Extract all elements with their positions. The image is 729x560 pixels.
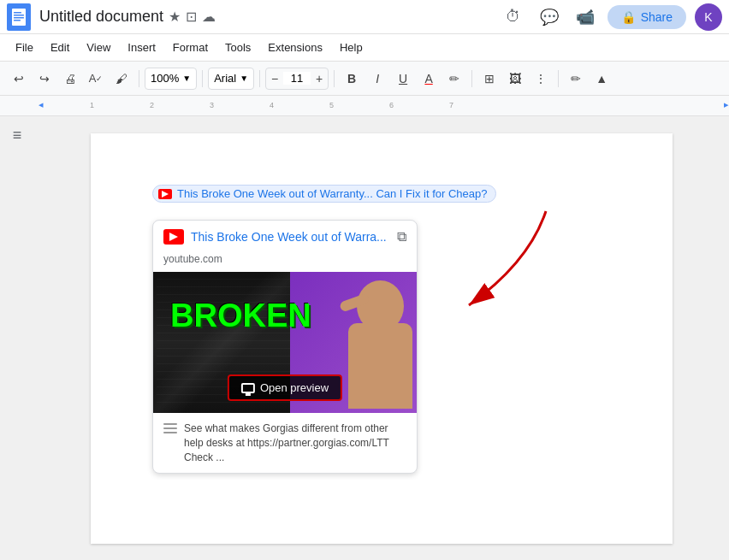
bold-button[interactable]: B xyxy=(340,67,364,91)
font-name: Arial xyxy=(214,72,236,85)
card-header: This Broke One Week out of Warra... ⧉ xyxy=(153,221,417,253)
share-button[interactable]: 🔒 Share xyxy=(608,5,686,29)
card-description: See what makes Gorgias different from ot… xyxy=(153,413,417,473)
ruler-mark-1: 1 xyxy=(90,101,94,109)
undo-button[interactable]: ↩ xyxy=(7,67,31,91)
highlight-button[interactable]: ✏ xyxy=(442,67,466,91)
youtube-icon-card xyxy=(163,229,184,245)
comment-button[interactable]: 💬 xyxy=(536,3,563,31)
video-button[interactable]: 📹 xyxy=(572,3,599,31)
italic-button[interactable]: I xyxy=(365,67,389,91)
doc-title[interactable]: Untitled document xyxy=(39,8,163,26)
doc-title-row: Untitled document ★ ⊡ ☁ xyxy=(39,8,500,26)
title-section: Untitled document ★ ⊡ ☁ xyxy=(39,8,500,26)
menu-help[interactable]: Help xyxy=(331,38,371,57)
app-icon xyxy=(7,3,31,31)
doc-area: This Broke One Week out of Warranty... C… xyxy=(34,116,729,560)
zoom-dropdown-icon: ▼ xyxy=(182,74,191,83)
sidebar-toggle-icon: ≡ xyxy=(13,127,22,560)
font-size-decrease[interactable]: − xyxy=(266,68,283,90)
menu-insert[interactable]: Insert xyxy=(119,38,164,57)
link-chip-container: This Broke One Week out of Warranty... C… xyxy=(152,185,611,209)
underline-button[interactable]: U xyxy=(391,67,415,91)
redo-button[interactable]: ↪ xyxy=(33,67,56,91)
ruler-mark-3: 3 xyxy=(210,101,214,109)
menu-view[interactable]: View xyxy=(78,38,119,57)
separator-4 xyxy=(334,70,335,87)
font-size-increase[interactable]: + xyxy=(311,68,328,90)
broken-text: BROKEN xyxy=(170,298,311,334)
menu-extensions[interactable]: Extensions xyxy=(259,38,331,57)
card-thumbnail: BROKEN Open preview xyxy=(153,272,417,413)
pen-button[interactable]: ✏ xyxy=(564,67,588,91)
font-dropdown-icon: ▼ xyxy=(240,74,248,83)
insert-link-button[interactable]: ⊞ xyxy=(477,67,501,91)
menu-bar: File Edit View Insert Format Tools Exten… xyxy=(0,34,729,62)
separator-6 xyxy=(558,70,559,87)
svg-rect-1 xyxy=(14,12,21,14)
sidebar-toggle[interactable]: ≡ xyxy=(0,116,34,560)
svg-rect-4 xyxy=(14,20,21,21)
menu-file[interactable]: File xyxy=(7,38,42,57)
ruler-mark-2: 2 xyxy=(150,101,154,109)
menu-edit[interactable]: Edit xyxy=(42,38,78,57)
insert-image-button[interactable]: 🖼 xyxy=(503,67,527,91)
card-container: This Broke One Week out of Warra... ⧉ yo… xyxy=(152,220,418,474)
more-options-button[interactable]: ⋮ xyxy=(529,67,553,91)
separator-3 xyxy=(259,70,260,87)
youtube-icon-chip xyxy=(158,189,172,199)
card-desc-text: See what makes Gorgias different from ot… xyxy=(184,421,406,464)
star-icon[interactable]: ★ xyxy=(169,9,181,25)
text-color-button[interactable]: A xyxy=(417,67,441,91)
lock-icon: 🔒 xyxy=(621,10,636,24)
ruler-mark-5: 5 xyxy=(329,101,334,109)
print-button[interactable]: 🖨 xyxy=(58,67,82,91)
menu-format[interactable]: Format xyxy=(164,38,216,57)
menu-tools[interactable]: Tools xyxy=(216,38,259,57)
paint-format-button[interactable]: 🖌 xyxy=(110,67,133,91)
share-label: Share xyxy=(641,10,673,24)
separator-2 xyxy=(202,70,203,87)
ruler: ◂ 1 2 3 4 5 6 7 ▸ xyxy=(0,96,729,116)
separator-5 xyxy=(471,70,472,87)
ruler-mark-7: 7 xyxy=(449,101,453,109)
title-bar: Untitled document ★ ⊡ ☁ ⏱ 💬 📹 🔒 Share K xyxy=(0,0,729,34)
doc-page: This Broke One Week out of Warranty... C… xyxy=(91,133,673,544)
toolbar: ↩ ↪ 🖨 A✓ 🖌 100% ▼ Arial ▼ − + B I U A ✏ … xyxy=(0,62,729,96)
open-preview-label: Open preview xyxy=(260,381,329,394)
drive-icon[interactable]: ⊡ xyxy=(186,9,197,25)
svg-rect-2 xyxy=(14,15,24,16)
link-chip[interactable]: This Broke One Week out of Warranty... C… xyxy=(152,185,496,203)
ruler-mark-6: 6 xyxy=(389,101,394,109)
main-area: ≡ This Broke One Week out of Warranty...… xyxy=(0,116,729,560)
cloud-icon[interactable]: ☁ xyxy=(202,9,216,25)
copy-button[interactable]: ⧉ xyxy=(397,229,406,245)
zoom-value: 100% xyxy=(151,72,179,85)
card-title: This Broke One Week out of Warra... xyxy=(191,230,390,244)
separator-1 xyxy=(139,70,139,87)
font-size-box: − + xyxy=(265,68,329,90)
svg-rect-3 xyxy=(14,17,24,19)
ruler-right-marker: ▸ xyxy=(724,99,729,110)
ruler-left-marker: ◂ xyxy=(39,99,44,110)
zoom-select[interactable]: 100% ▼ xyxy=(145,68,197,90)
collapse-button[interactable]: ▲ xyxy=(590,67,613,91)
history-button[interactable]: ⏱ xyxy=(500,3,527,31)
open-preview-button[interactable]: Open preview xyxy=(228,374,342,401)
font-select[interactable]: Arial ▼ xyxy=(208,68,254,90)
person-body xyxy=(348,323,412,409)
spellcheck-button[interactable]: A✓ xyxy=(84,67,108,91)
font-size-input[interactable] xyxy=(283,72,311,85)
monitor-icon xyxy=(241,383,255,393)
ruler-mark-4: 4 xyxy=(270,101,274,109)
card-url: youtube.com xyxy=(153,253,417,272)
avatar[interactable]: K xyxy=(695,3,722,31)
header-right: ⏱ 💬 📹 🔒 Share K xyxy=(500,3,722,31)
link-chip-text: This Broke One Week out of Warranty... C… xyxy=(177,187,487,200)
link-card: This Broke One Week out of Warra... ⧉ yo… xyxy=(152,220,418,474)
ruler-inner: ◂ 1 2 3 4 5 6 7 ▸ xyxy=(39,96,729,116)
desc-lines-icon xyxy=(163,423,177,436)
